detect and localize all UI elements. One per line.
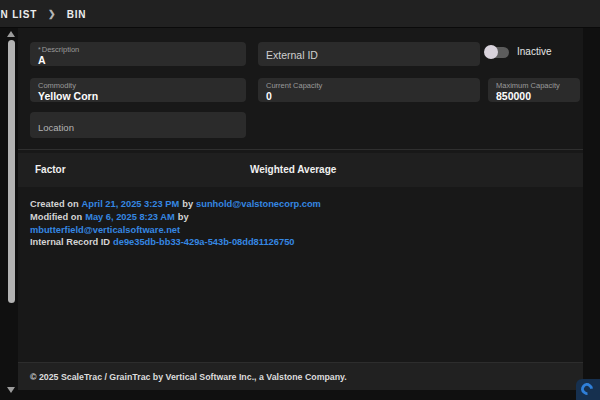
inactive-toggle[interactable] bbox=[487, 47, 509, 58]
section-divider bbox=[18, 149, 583, 150]
chevron-right-icon: ❯ bbox=[48, 9, 56, 19]
location-placeholder: Location bbox=[38, 122, 74, 133]
scroll-down-arrow-icon[interactable] bbox=[7, 387, 15, 393]
chat-widget-icon bbox=[579, 381, 596, 398]
breadcrumb: BIN LIST ❯ BIN bbox=[0, 0, 86, 28]
inactive-toggle-label: Inactive bbox=[517, 46, 551, 57]
breadcrumb-bar: BIN LIST ❯ BIN bbox=[0, 0, 600, 28]
location-field[interactable]: Location bbox=[30, 112, 246, 138]
description-field[interactable]: *Description A bbox=[30, 42, 246, 66]
footer-bar: © 2025 ScaleTrac / GrainTrac by Vertical… bbox=[18, 362, 583, 390]
maximum-capacity-field[interactable]: Maximum Capacity 850000 bbox=[488, 78, 580, 102]
breadcrumb-item-bin: BIN bbox=[67, 9, 87, 20]
modified-date-link[interactable]: May 6, 2025 8:23 AM bbox=[85, 211, 175, 224]
modified-by-word: by bbox=[178, 211, 189, 224]
modified-by-line: mbutterfield@verticalsoftware.net bbox=[30, 224, 324, 237]
column-header-weighted-average: Weighted Average bbox=[250, 164, 336, 175]
current-capacity-label: Current Capacity bbox=[266, 81, 472, 90]
scroll-up-arrow-icon[interactable] bbox=[7, 31, 15, 37]
record-metadata: Created onApril 21, 2025 3:23 PMbysunhol… bbox=[30, 198, 324, 249]
column-header-factor: Factor bbox=[35, 164, 66, 175]
commodity-value: Yellow Corn bbox=[38, 90, 238, 102]
created-date-link[interactable]: April 21, 2025 3:23 PM bbox=[82, 198, 180, 211]
external-id-field[interactable]: External ID bbox=[258, 42, 480, 66]
record-id-value[interactable]: de9e35db-bb33-429a-543b-08dd81126750 bbox=[113, 236, 294, 249]
maximum-capacity-label: Maximum Capacity bbox=[496, 81, 572, 90]
current-capacity-value: 0 bbox=[266, 90, 472, 102]
record-id-label: Internal Record ID bbox=[30, 236, 110, 249]
required-asterisk: * bbox=[38, 46, 41, 53]
current-capacity-field[interactable]: Current Capacity 0 bbox=[258, 78, 480, 102]
description-label: *Description bbox=[38, 45, 238, 54]
modified-by-email-link[interactable]: mbutterfield@verticalsoftware.net bbox=[30, 224, 180, 237]
created-by-email-link[interactable]: sunhold@valstonecorp.com bbox=[196, 198, 321, 211]
commodity-label: Commodity bbox=[38, 81, 238, 90]
modified-line: Modified onMay 6, 2025 8:23 AMby bbox=[30, 211, 324, 224]
breadcrumb-item-bin-list[interactable]: BIN LIST bbox=[0, 9, 37, 20]
factor-table-header: Factor Weighted Average bbox=[18, 153, 583, 187]
app-window: BIN LIST ❯ BIN *Description A External I… bbox=[0, 0, 600, 400]
modified-prefix: Modified on bbox=[30, 211, 82, 224]
commodity-field[interactable]: Commodity Yellow Corn bbox=[30, 78, 246, 102]
external-id-placeholder: External ID bbox=[266, 49, 318, 61]
created-line: Created onApril 21, 2025 3:23 PMbysunhol… bbox=[30, 198, 324, 211]
scrollbar-thumb[interactable] bbox=[8, 40, 15, 303]
help-chat-button[interactable] bbox=[576, 379, 600, 400]
bin-detail-panel: *Description A External ID Inactive Comm… bbox=[18, 28, 583, 390]
toggle-knob bbox=[484, 45, 498, 59]
description-value: A bbox=[38, 54, 238, 66]
copyright-text: © 2025 ScaleTrac / GrainTrac by Vertical… bbox=[30, 372, 347, 382]
maximum-capacity-value: 850000 bbox=[496, 90, 572, 102]
created-by-word: by bbox=[182, 198, 193, 211]
created-prefix: Created on bbox=[30, 198, 79, 211]
record-id-line: Internal Record IDde9e35db-bb33-429a-543… bbox=[30, 236, 324, 249]
